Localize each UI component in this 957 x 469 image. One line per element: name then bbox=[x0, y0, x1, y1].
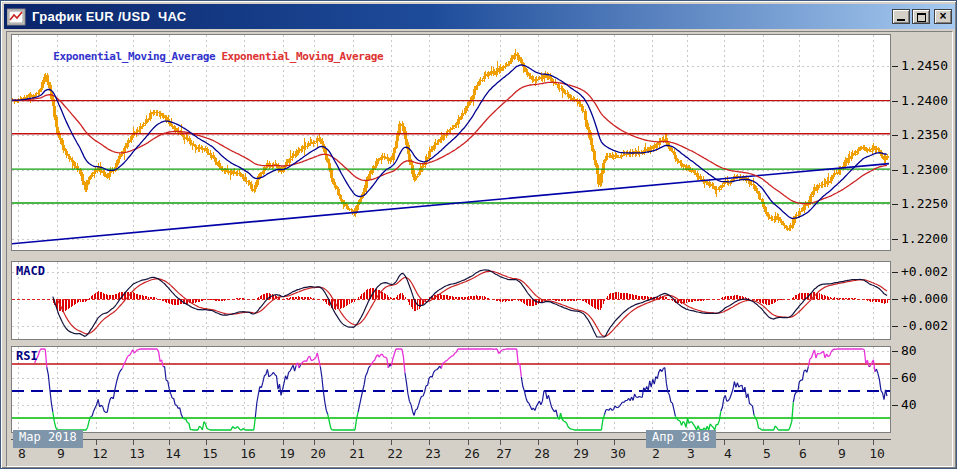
date-label: 26 bbox=[464, 446, 480, 461]
date-label: 20 bbox=[310, 446, 326, 461]
date-label: 19 bbox=[279, 446, 295, 461]
price-axis-label-tick bbox=[892, 239, 898, 240]
macd-canvas[interactable] bbox=[12, 262, 890, 339]
price-axis-label-tick bbox=[892, 66, 898, 67]
price-axis-label: 1.2300 bbox=[901, 162, 948, 177]
rsi-line-overbought bbox=[35, 349, 875, 377]
rsi-line-oversold bbox=[53, 402, 794, 430]
date-label: 13 bbox=[129, 446, 145, 461]
date-label: 29 bbox=[573, 446, 589, 461]
close-button[interactable]: × bbox=[934, 9, 952, 24]
macd-label: MACD bbox=[16, 264, 45, 278]
macd-axis-label: +0.002 bbox=[901, 264, 948, 279]
price-axis-label-tick bbox=[892, 170, 898, 171]
window-controls: × bbox=[890, 9, 952, 24]
rsi-axis-label: 40 bbox=[901, 397, 917, 412]
date-label: 3 bbox=[687, 446, 695, 461]
date-label: 9 bbox=[838, 446, 846, 461]
maximize-icon bbox=[917, 13, 926, 22]
date-label: 15 bbox=[202, 446, 218, 461]
date-label: 16 bbox=[240, 446, 256, 461]
rsi-panel[interactable]: RSI bbox=[11, 346, 891, 433]
macd-axis-label-tick bbox=[892, 299, 898, 300]
minimize-button[interactable] bbox=[892, 9, 910, 24]
date-label: 12 bbox=[92, 446, 108, 461]
macd-axis-label: -0.002 bbox=[901, 318, 948, 333]
date-label: 10 bbox=[869, 446, 885, 461]
month-badge-march: Мар 2018 bbox=[13, 430, 83, 448]
rsi-axis-label: 60 bbox=[901, 370, 917, 385]
price-axis-label-tick bbox=[892, 135, 898, 136]
rsi-axis-label-tick bbox=[892, 351, 898, 352]
rsi-axis-label: 80 bbox=[901, 343, 917, 358]
ema-fast-line bbox=[12, 65, 887, 219]
close-icon: × bbox=[939, 10, 946, 23]
date-label: 8 bbox=[18, 446, 26, 461]
rsi-axis-label-tick bbox=[892, 405, 898, 406]
rsi-label: RSI bbox=[16, 349, 38, 363]
macd-axis-label-tick bbox=[892, 326, 898, 327]
minimize-icon bbox=[897, 19, 905, 21]
price-axis-label: 1.2250 bbox=[901, 196, 948, 211]
date-label: 28 bbox=[534, 446, 550, 461]
legend-ema-slow: Exponential_Moving_Average bbox=[221, 50, 383, 63]
date-label: 27 bbox=[496, 446, 512, 461]
price-chart-panel[interactable]: Exponential_Moving_Average Exponential_M… bbox=[11, 34, 891, 251]
date-label: 9 bbox=[57, 446, 65, 461]
macd-axis-label-tick bbox=[892, 272, 898, 273]
date-label: 22 bbox=[387, 446, 403, 461]
legend-ema-fast: Exponential_Moving_Average bbox=[53, 50, 215, 63]
app-icon bbox=[7, 8, 27, 26]
date-label: 6 bbox=[799, 446, 807, 461]
rsi-axis-label-tick bbox=[892, 378, 898, 379]
date-label: 4 bbox=[724, 446, 732, 461]
window-title: График EUR /USD ЧАС bbox=[32, 9, 186, 24]
price-axis-label-tick bbox=[892, 204, 898, 205]
title-bar[interactable]: График EUR /USD ЧАС × bbox=[4, 4, 955, 29]
date-label: 14 bbox=[165, 446, 181, 461]
price-axis-label: 1.2200 bbox=[901, 231, 948, 246]
rsi-canvas[interactable] bbox=[12, 347, 890, 432]
macd-axis-label: +0.000 bbox=[901, 291, 948, 306]
macd-panel[interactable]: MACD bbox=[11, 261, 891, 340]
chart-window: График EUR /USD ЧАС × Exponential_Moving… bbox=[0, 0, 957, 469]
price-axis-label: 1.2350 bbox=[901, 127, 948, 142]
date-label: 23 bbox=[425, 446, 441, 461]
macd-histogram bbox=[54, 288, 888, 311]
date-label: 5 bbox=[763, 446, 771, 461]
price-axis-label-tick bbox=[892, 101, 898, 102]
price-axis-label: 1.2400 bbox=[901, 93, 948, 108]
date-label: 2 bbox=[652, 446, 660, 461]
maximize-button[interactable] bbox=[912, 9, 930, 24]
date-label: 30 bbox=[610, 446, 626, 461]
date-label: 21 bbox=[349, 446, 365, 461]
date-axis-ticks bbox=[19, 440, 874, 446]
indicator-legend: Exponential_Moving_Average Exponential_M… bbox=[16, 37, 383, 76]
month-badge-april: Апр 2018 bbox=[646, 430, 716, 448]
price-axis-label: 1.2450 bbox=[901, 58, 948, 73]
